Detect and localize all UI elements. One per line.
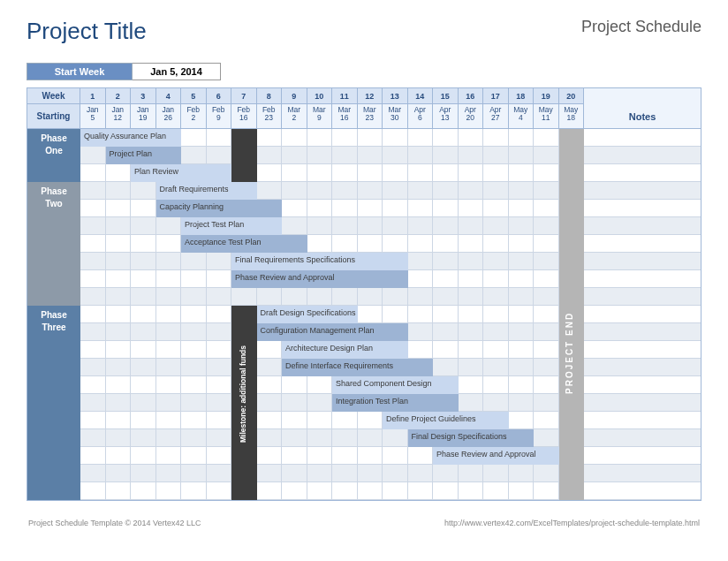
task-bar[interactable]: Define Project Guidelines (383, 412, 509, 429)
grid-cell (383, 164, 408, 182)
notes-cell[interactable] (584, 306, 701, 323)
grid-cell (509, 359, 535, 376)
grid-cell (332, 200, 358, 217)
grid-cell (459, 270, 484, 288)
grid-cell (181, 253, 207, 270)
grid-cell (80, 270, 106, 288)
notes-cell[interactable] (584, 270, 701, 288)
notes-cell[interactable] (584, 288, 701, 306)
grid-cell (483, 253, 509, 270)
notes-cell[interactable] (584, 359, 701, 376)
notes-cell[interactable] (584, 147, 701, 164)
notes-cell[interactable] (584, 253, 701, 270)
notes-cell[interactable] (584, 341, 701, 359)
task-bar[interactable]: Final Design Specifications (408, 429, 535, 447)
notes-cell[interactable] (584, 235, 701, 253)
grid-cell (307, 482, 333, 500)
notes-cell[interactable] (584, 482, 701, 500)
grid-cell (207, 341, 232, 359)
task-bar[interactable]: Plan Review (131, 164, 231, 182)
footer-link[interactable]: http://www.vertex42.com/ExcelTemplates/p… (444, 519, 700, 527)
grid-cell (509, 394, 535, 412)
week-number-cell: 18 (509, 88, 535, 104)
grid-cell (207, 129, 232, 147)
grid-cell (106, 288, 132, 306)
grid-cell (433, 359, 459, 376)
grid-cell (509, 323, 535, 341)
grid-cell (509, 235, 535, 253)
week-date-cell: Apr13 (433, 104, 459, 129)
grid-cell (433, 182, 459, 200)
grid-cell (534, 147, 559, 164)
grid-cell (131, 341, 156, 359)
grid-cell (483, 394, 509, 412)
week-number-cell: 4 (156, 88, 182, 104)
grid-cell (433, 253, 459, 270)
grid-cell (433, 341, 459, 359)
grid-cell (358, 465, 383, 482)
notes-cell[interactable] (584, 429, 701, 447)
task-bar[interactable]: Draft Design Specifications (257, 306, 358, 323)
task-bar[interactable]: Capacity Planning (156, 200, 283, 217)
grid-cell (307, 217, 333, 235)
task-bar[interactable]: Architecture Design Plan (282, 341, 408, 359)
grid-cell (282, 376, 307, 394)
gantt-row (27, 429, 701, 447)
grid-cell (131, 235, 156, 253)
grid-cell (332, 147, 358, 164)
header-row-dates: Starting Jan5Jan12Jan19Jan26Feb2Feb9Feb1… (27, 104, 701, 129)
task-bar[interactable]: Integration Test Plan (332, 394, 459, 412)
grid-cell (459, 359, 484, 376)
grid-cell (156, 288, 182, 306)
notes-cell[interactable] (584, 465, 701, 482)
notes-cell[interactable] (584, 323, 701, 341)
grid-cell (408, 447, 434, 465)
grid-cell (483, 288, 509, 306)
task-bar[interactable]: Quality Assurance Plan (80, 129, 181, 147)
task-bar[interactable]: Define Interface Requirements (282, 359, 433, 376)
grid-cell (156, 217, 182, 235)
notes-cell[interactable] (584, 164, 701, 182)
grid-cell (459, 235, 484, 253)
grid-cell (257, 341, 283, 359)
grid-cell (459, 341, 484, 359)
grid-cell (483, 270, 509, 288)
grid-cell (408, 200, 434, 217)
notes-cell[interactable] (584, 129, 701, 147)
notes-cell[interactable] (584, 394, 701, 412)
task-bar[interactable]: Shared Component Design (332, 376, 459, 394)
task-bar[interactable]: Phase Review and Approval (231, 270, 408, 288)
grid-cell (80, 323, 106, 341)
task-bar[interactable]: Project Plan (106, 147, 182, 164)
grid-cell (156, 341, 182, 359)
grid-cell (358, 200, 383, 217)
grid-cell (358, 147, 383, 164)
task-bar[interactable]: Configuration Management Plan (257, 323, 408, 341)
grid-cell (282, 164, 307, 182)
task-bar[interactable]: Draft Requirements (156, 182, 257, 200)
notes-cell[interactable] (584, 412, 701, 429)
task-bar[interactable]: Acceptance Test Plan (181, 235, 307, 253)
task-bar[interactable]: Final Requirements Specifications (231, 253, 408, 270)
grid-cell (332, 288, 358, 306)
grid-cell (282, 182, 307, 200)
grid-cell (131, 376, 156, 394)
grid-cell (383, 306, 408, 323)
grid-cell (408, 182, 434, 200)
project-title: Project Title (27, 18, 147, 45)
notes-cell[interactable] (584, 376, 701, 394)
task-bar[interactable]: Project Test Plan (181, 217, 282, 235)
notes-cell[interactable] (584, 200, 701, 217)
grid-cell (156, 323, 182, 341)
notes-cell[interactable] (584, 447, 701, 465)
grid-cell (80, 182, 106, 200)
notes-cell[interactable] (584, 182, 701, 200)
week-date-cell: Feb9 (207, 104, 232, 129)
grid-cell (106, 429, 132, 447)
grid-cell (282, 482, 307, 500)
start-week-value[interactable]: Jan 5, 2014 (133, 63, 221, 80)
week-number-cell: 19 (534, 88, 559, 104)
task-bar[interactable]: Phase Review and Approval (433, 447, 559, 465)
grid-cell (207, 270, 232, 288)
notes-cell[interactable] (584, 217, 701, 235)
